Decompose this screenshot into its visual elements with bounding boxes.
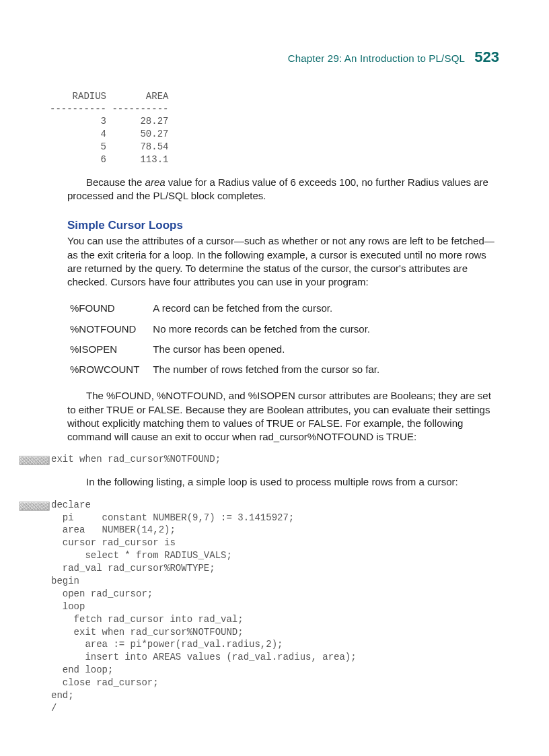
area-italic: area (145, 176, 166, 188)
text: Because the (86, 176, 145, 188)
table-row: %ISOPEN The cursor has been opened. (70, 339, 393, 359)
code-marker-icon (19, 456, 50, 465)
table-row: %ROWCOUNT The number of rows fetched fro… (70, 359, 393, 380)
heading-simple-cursor-loops: Simple Cursor Loops (67, 218, 499, 234)
attr-desc: The cursor has been opened. (153, 339, 393, 359)
code-row-exit-when: exit when rad_cursor%NOTFOUND; (19, 453, 499, 466)
attr-name: %NOTFOUND (70, 319, 153, 339)
attr-name: %ROWCOUNT (70, 359, 153, 380)
attr-name: %FOUND (70, 298, 153, 318)
attr-desc: A record can be fetched from the cursor. (153, 298, 393, 318)
code-marker-icon (19, 502, 50, 511)
table-row: %NOTFOUND No more records can be fetched… (70, 319, 393, 339)
paragraph-area-exceeds: Because the area value for a Radius valu… (67, 176, 499, 203)
code-row-declare-block: declare pi constant NUMBER(9,7) := 3.141… (19, 499, 499, 715)
attr-desc: The number of rows fetched from the curs… (153, 359, 393, 380)
paragraph-cursor-attributes-intro: You can use the attributes of a cursor—s… (67, 234, 499, 289)
attr-name: %ISOPEN (70, 339, 153, 359)
paragraph-loop-intro: In the following listing, a simple loop … (67, 475, 499, 489)
chapter-label: Chapter 29: An Introduction to PL/SQL (288, 53, 465, 64)
paragraph-boolean-attrs: The %FOUND, %NOTFOUND, and %ISOPEN curso… (67, 389, 499, 444)
page-number: 523 (474, 48, 499, 65)
code-declare-block: declare pi constant NUMBER(9,7) := 3.141… (51, 499, 357, 715)
attr-desc: No more records can be fetched from the … (153, 319, 393, 339)
code-exit-when: exit when rad_cursor%NOTFOUND; (51, 453, 221, 466)
table-row: %FOUND A record can be fetched from the … (70, 298, 393, 318)
output-table: RADIUS AREA ---------- ---------- 3 28.2… (50, 90, 499, 166)
running-head: Chapter 29: An Introduction to PL/SQL 52… (50, 47, 499, 67)
cursor-attributes-table: %FOUND A record can be fetched from the … (70, 298, 393, 380)
page: Chapter 29: An Introduction to PL/SQL 52… (0, 0, 549, 756)
